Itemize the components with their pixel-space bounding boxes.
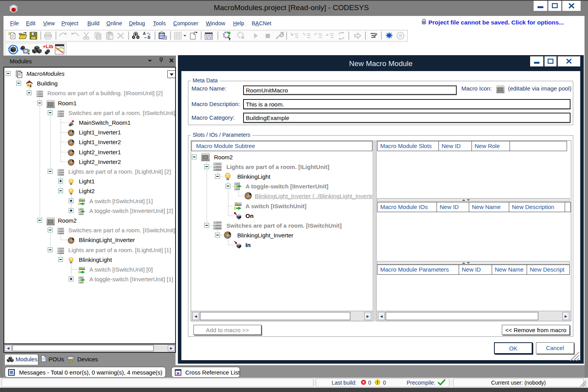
svg-text:B: B	[148, 35, 150, 40]
svg-text:+Lib: +Lib	[43, 44, 53, 49]
svg-text:A: A	[143, 31, 146, 36]
